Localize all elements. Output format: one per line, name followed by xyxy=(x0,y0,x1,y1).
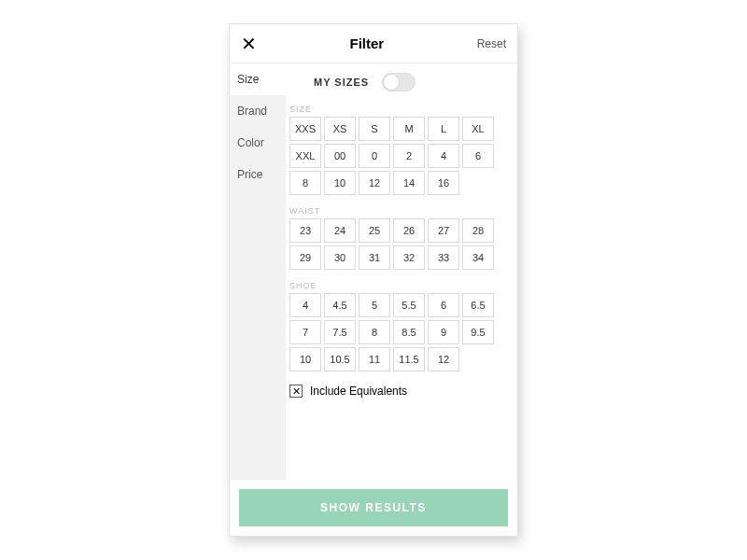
page-title: Filter xyxy=(349,35,384,51)
size-option[interactable]: 10 xyxy=(289,347,321,371)
section-heading-waist: WAIST xyxy=(286,201,512,218)
size-option[interactable]: 4 xyxy=(289,293,321,317)
section-heading-shoe: SHOE xyxy=(286,275,512,293)
size-option[interactable]: XL xyxy=(462,117,494,141)
size-options-grid: XXSXSSMLXLXXL000246810121416 xyxy=(286,117,512,201)
filter-panel: ✕ Filter Reset Size Brand Color Price MY… xyxy=(229,23,518,537)
my-sizes-label: MY SIZES xyxy=(314,77,369,88)
size-option[interactable]: 26 xyxy=(393,218,425,243)
sidebar-item-color[interactable]: Color xyxy=(230,127,286,159)
size-option[interactable]: 31 xyxy=(359,245,390,270)
size-option[interactable]: 6 xyxy=(462,144,494,168)
size-option[interactable]: 6 xyxy=(428,293,459,317)
include-equivalents-checkbox[interactable]: ✕ xyxy=(289,385,303,398)
sidebar-item-size[interactable]: Size xyxy=(230,63,286,95)
size-option[interactable]: 2 xyxy=(393,144,425,168)
size-option[interactable]: 30 xyxy=(324,245,356,270)
include-equivalents-row: ✕ Include Equivalents xyxy=(286,377,512,407)
toggle-knob xyxy=(383,74,400,91)
filter-body: Size Brand Color Price MY SIZES SIZE XXS… xyxy=(230,63,517,480)
filter-header: ✕ Filter Reset xyxy=(230,24,517,63)
size-option[interactable]: 11.5 xyxy=(393,347,425,371)
filter-footer: SHOW RESULTS xyxy=(230,480,517,536)
size-option[interactable]: 14 xyxy=(393,171,425,195)
size-option[interactable]: 11 xyxy=(359,347,390,371)
size-option[interactable]: 10 xyxy=(324,171,356,195)
size-option[interactable]: S xyxy=(359,117,390,141)
waist-section: WAIST 232425262728293031323334 xyxy=(286,201,512,275)
size-option[interactable]: 27 xyxy=(428,218,459,243)
my-sizes-row: MY SIZES xyxy=(286,69,512,99)
size-option[interactable]: 8.5 xyxy=(393,320,425,344)
sidebar-inactive-group: Brand Color Price xyxy=(230,95,286,480)
waist-options-grid: 232425262728293031323334 xyxy=(286,218,512,275)
my-sizes-toggle[interactable] xyxy=(382,73,416,91)
size-option[interactable]: 7 xyxy=(289,320,321,344)
size-option[interactable]: 5.5 xyxy=(393,293,425,317)
size-option[interactable]: 4 xyxy=(428,144,459,168)
filter-sidebar: Size Brand Color Price xyxy=(230,63,286,480)
size-option[interactable]: L xyxy=(428,117,459,141)
size-option[interactable]: 34 xyxy=(462,245,494,270)
size-option[interactable]: 16 xyxy=(428,171,459,195)
size-option[interactable]: 4.5 xyxy=(324,293,356,317)
size-option[interactable]: 33 xyxy=(428,245,459,270)
size-option[interactable]: 10.5 xyxy=(324,347,356,371)
size-option[interactable]: 29 xyxy=(289,245,321,270)
size-option[interactable]: 6.5 xyxy=(462,293,494,317)
filter-main: MY SIZES SIZE XXSXSSMLXLXXL0002468101214… xyxy=(286,63,517,480)
size-option[interactable]: M xyxy=(393,117,425,141)
size-option[interactable]: 9 xyxy=(428,320,459,344)
sidebar-item-brand[interactable]: Brand xyxy=(230,95,286,127)
show-results-button[interactable]: SHOW RESULTS xyxy=(239,489,508,526)
size-option[interactable]: 8 xyxy=(359,320,390,344)
size-option[interactable]: XXL xyxy=(289,144,321,168)
size-section: SIZE XXSXSSMLXLXXL000246810121416 xyxy=(286,99,512,201)
reset-button[interactable]: Reset xyxy=(477,37,506,50)
size-option[interactable]: XS xyxy=(324,117,356,141)
size-option[interactable]: 12 xyxy=(359,171,390,195)
shoe-section: SHOE 44.555.566.577.588.599.51010.51111.… xyxy=(286,275,512,377)
size-option[interactable]: 12 xyxy=(428,347,459,371)
size-option[interactable]: 8 xyxy=(289,171,321,195)
size-option[interactable]: 9.5 xyxy=(462,320,494,344)
include-equivalents-label: Include Equivalents xyxy=(310,385,407,398)
size-option[interactable]: 5 xyxy=(359,293,390,317)
size-option[interactable]: 32 xyxy=(393,245,425,270)
sidebar-item-price[interactable]: Price xyxy=(230,159,286,190)
size-option[interactable]: XXS xyxy=(289,117,321,141)
size-option[interactable]: 7.5 xyxy=(324,320,356,344)
section-heading-size: SIZE xyxy=(286,99,512,117)
size-option[interactable]: 0 xyxy=(359,144,390,168)
close-icon[interactable]: ✕ xyxy=(241,35,257,53)
size-option[interactable]: 28 xyxy=(462,218,494,243)
size-option[interactable]: 24 xyxy=(324,218,356,243)
size-option[interactable]: 23 xyxy=(289,218,321,243)
size-option[interactable]: 25 xyxy=(359,218,390,243)
shoe-options-grid: 44.555.566.577.588.599.51010.51111.512 xyxy=(286,293,512,377)
size-option[interactable]: 00 xyxy=(324,144,356,168)
